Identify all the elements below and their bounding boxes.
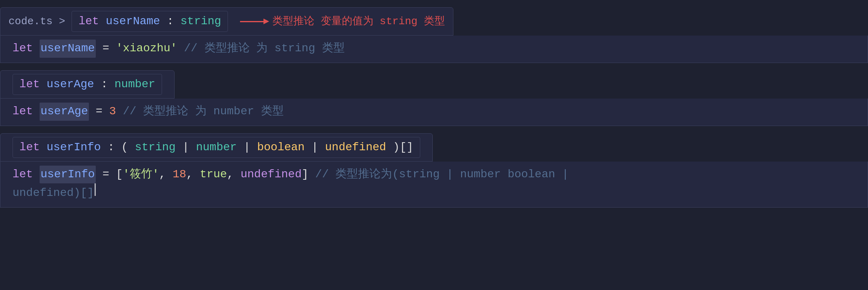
code-line-1: let userName = 'xiaozhu' // 类型推论 为 strin… [13, 40, 855, 58]
tooltip-type3-1: string [135, 141, 176, 153]
tooltip-varname-2: userAge [46, 78, 94, 90]
code-varname-2: userAge [40, 103, 89, 121]
page-container: code.ts > let userName : string 类型推论 变量的… [0, 0, 868, 290]
section-2: let userAge : number let userAge = 3 // … [0, 70, 868, 126]
code-comment-2: // 类型推论 为 number 类型 [123, 103, 284, 121]
tooltip-varname-1: userName [106, 15, 160, 27]
code-comment-3b: undefined)[] [13, 184, 94, 202]
tooltip-colon-2: : [101, 78, 108, 90]
section-1-header: code.ts > let userName : string 类型推论 变量的… [0, 7, 453, 36]
code-let-1: let [13, 40, 33, 58]
section-3-body: let userInfo = [ '筱竹' , 18 , true , unde… [0, 162, 868, 208]
tooltip-box-2: let userAge : number [13, 74, 162, 95]
code-val-1: 'xiaozhu' [116, 40, 177, 58]
code-val-2: 3 [109, 103, 116, 121]
tooltip-colon-1: : [167, 15, 174, 27]
tooltip-type3-3: boolean [257, 141, 305, 153]
code-comment-1: // 类型推论 为 string 类型 [184, 40, 345, 58]
tooltip-let-2: let [19, 78, 40, 90]
section-3-header: let userInfo : ( string | number | boole… [0, 133, 433, 162]
tooltip-let-3: let [19, 141, 40, 153]
tooltip-type-1: string [181, 15, 221, 27]
section-1-body: let userName = 'xiaozhu' // 类型推论 为 strin… [0, 36, 868, 63]
code-line-2: let userAge = 3 // 类型推论 为 number 类型 [13, 103, 855, 121]
section-2-header: let userAge : number [0, 70, 175, 99]
section-3: let userInfo : ( string | number | boole… [0, 133, 868, 208]
tooltip-box-3: let userInfo : ( string | number | boole… [13, 137, 420, 158]
breadcrumb: code.ts > [8, 14, 65, 29]
tooltip-varname-3: userInfo [46, 141, 101, 153]
tooltip-type3-4: undefined [325, 141, 386, 153]
code-eq-1: = [102, 40, 109, 58]
tooltip-type-2: number [114, 78, 155, 90]
tooltip-box-1: let userName : string [72, 11, 228, 32]
code-line-3b: undefined)[] [13, 183, 855, 202]
annotation-text-1: 类型推论 变量的值为 string 类型 [272, 14, 445, 29]
tooltip-let-1: let [78, 15, 99, 27]
annotation-arrow-1: 类型推论 变量的值为 string 类型 [240, 14, 445, 29]
code-varname-3: userInfo [40, 166, 95, 184]
code-eq-2: = [96, 103, 103, 121]
code-let-2: let [13, 103, 33, 121]
tooltip-type3-2: number [196, 141, 237, 153]
cursor [95, 183, 96, 196]
code-line-3a: let userInfo = [ '筱竹' , 18 , true , unde… [13, 166, 855, 184]
code-varname-1: userName [40, 40, 95, 58]
arrow-line-1 [240, 21, 264, 22]
section-2-body: let userAge = 3 // 类型推论 为 number 类型 [0, 99, 868, 126]
code-comment-3: // 类型推论为(string | number boolean | [315, 166, 569, 184]
section-1: code.ts > let userName : string 类型推论 变量的… [0, 7, 868, 63]
code-let-3: let [13, 166, 33, 184]
